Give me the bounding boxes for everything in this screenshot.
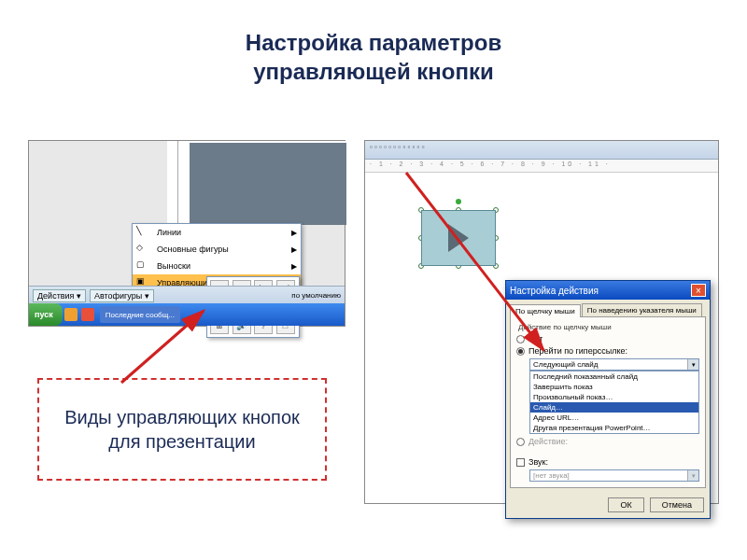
horizontal-ruler: · 1 · 2 · 3 · 4 · 5 · 6 · 7 · 8 · 9 · 10…: [365, 160, 718, 173]
lines-icon: ╲: [136, 226, 151, 239]
taskbar-item[interactable]: Последние сообщ...: [100, 306, 180, 323]
dropdown-value: Следующий слайд: [533, 360, 598, 369]
cancel-button[interactable]: Отмена: [650, 497, 704, 512]
action-button-shape[interactable]: [421, 210, 496, 266]
list-item[interactable]: Последний показанный слайд: [530, 371, 698, 382]
close-button[interactable]: ×: [691, 284, 706, 297]
list-item[interactable]: Произвольный показ…: [530, 392, 698, 402]
slide-canvas: Настройка действия × По щелчку мыши По н…: [365, 173, 718, 503]
chevron-right-icon: ▶: [291, 229, 297, 237]
radio-icon: [516, 347, 525, 356]
default-label: по умолчанию: [291, 291, 341, 300]
option-hyperlink[interactable]: Перейти по гиперссылке:: [516, 346, 699, 356]
section-label: Действие по щелчку мыши: [518, 323, 699, 331]
autoshapes-dropdown[interactable]: Автофигуры ▾: [90, 289, 154, 302]
start-button[interactable]: пуск: [29, 303, 63, 326]
sound-dropdown: [нет звука] ▾: [529, 469, 699, 482]
ok-button[interactable]: ОК: [608, 497, 643, 512]
dropdown-value: [нет звука]: [533, 471, 570, 480]
taskbar-item-label: Последние сообщ...: [106, 311, 175, 319]
caption-text: Виды управляющих кнопок для презентации: [49, 405, 316, 454]
dialog-tabs: По щелчку мыши По наведению указателя мы…: [510, 303, 706, 316]
tab-mouse-over[interactable]: По наведению указателя мыши: [582, 303, 702, 316]
start-label: пуск: [35, 310, 53, 319]
hyperlink-listbox: Последний показанный слайд Завершить пок…: [529, 371, 699, 434]
caption-box: Виды управляющих кнопок для презентации: [37, 378, 327, 481]
play-icon: [448, 224, 469, 252]
actions-dropdown[interactable]: Действия ▾: [33, 289, 86, 302]
action-settings-dialog: Настройка действия × По щелчку мыши По н…: [505, 280, 711, 519]
list-item[interactable]: Адрес URL…: [530, 413, 698, 423]
option-label: Действие:: [529, 437, 568, 446]
dialog-title: Настройка действия: [510, 286, 599, 296]
taskbar-app-icon[interactable]: [64, 308, 78, 321]
checkbox-sound[interactable]: Звук:: [516, 457, 699, 467]
option-none[interactable]: Нет: [516, 334, 699, 343]
option-label: Перейти по гиперссылке:: [529, 346, 627, 356]
menu-item-callouts[interactable]: ▢ Выноски ▶: [133, 258, 301, 274]
windows-taskbar: пуск Последние сообщ...: [29, 303, 345, 326]
page-title: Настройка параметров управляющей кнопки: [0, 0, 747, 105]
checkbox-icon: [516, 458, 525, 467]
title-line-1: Настройка параметров: [0, 28, 747, 57]
slide-canvas: [178, 141, 346, 225]
shapes-icon: ◇: [136, 243, 151, 256]
list-item[interactable]: Другая презентация PowerPoint…: [530, 423, 698, 433]
drawing-toolbar: Действия ▾ Автофигуры ▾ по умолчанию: [29, 286, 345, 304]
tab-mouse-click[interactable]: По щелчку мыши: [510, 304, 581, 317]
rotation-handle[interactable]: [456, 199, 461, 204]
menu-item-basic-shapes[interactable]: ◇ Основные фигуры ▶: [133, 241, 301, 258]
dialog-buttons: ОК Отмена: [506, 492, 710, 518]
taskbar-app-icon[interactable]: [81, 308, 94, 321]
menu-item-lines[interactable]: ╲ Линии ▶: [133, 224, 301, 241]
option-run-action: Действие:: [516, 437, 699, 446]
formatting-toolbar: ▫ ▫ ▫ ▫ ▫ ▫ ▫ ▫ ▫ ▫ ▫ ▫: [365, 141, 718, 160]
list-item[interactable]: Слайд…: [530, 402, 698, 413]
menu-item-label: Линии: [157, 228, 181, 237]
list-item[interactable]: Завершить показ: [530, 382, 698, 392]
callouts-icon: ▢: [136, 259, 151, 273]
dialog-body: Действие по щелчку мыши Нет Перейти по г…: [510, 316, 706, 488]
chevron-right-icon: ▶: [291, 262, 297, 271]
screenshot-action-settings: ▫ ▫ ▫ ▫ ▫ ▫ ▫ ▫ ▫ ▫ ▫ ▫ · 1 · 2 · 3 · 4 …: [364, 140, 719, 504]
menu-item-label: Выноски: [157, 261, 190, 271]
radio-icon: [516, 438, 525, 446]
chevron-right-icon: ▶: [291, 245, 297, 254]
title-line-2: управляющей кнопки: [0, 57, 747, 86]
radio-icon: [516, 335, 525, 343]
chevron-down-icon: ▾: [687, 359, 698, 370]
menu-item-label: Основные фигуры: [157, 245, 229, 254]
checkbox-label: Звук:: [529, 457, 548, 467]
dialog-titlebar[interactable]: Настройка действия ×: [506, 281, 710, 300]
screenshot-autoshapes-menu: ╲ Линии ▶ ◇ Основные фигуры ▶ ▢ Выноски …: [28, 140, 345, 327]
option-label: Нет: [529, 334, 543, 343]
chevron-down-icon: ▾: [687, 470, 698, 481]
hyperlink-dropdown[interactable]: Следующий слайд ▾: [529, 358, 699, 371]
vertical-ruler: [167, 141, 178, 225]
